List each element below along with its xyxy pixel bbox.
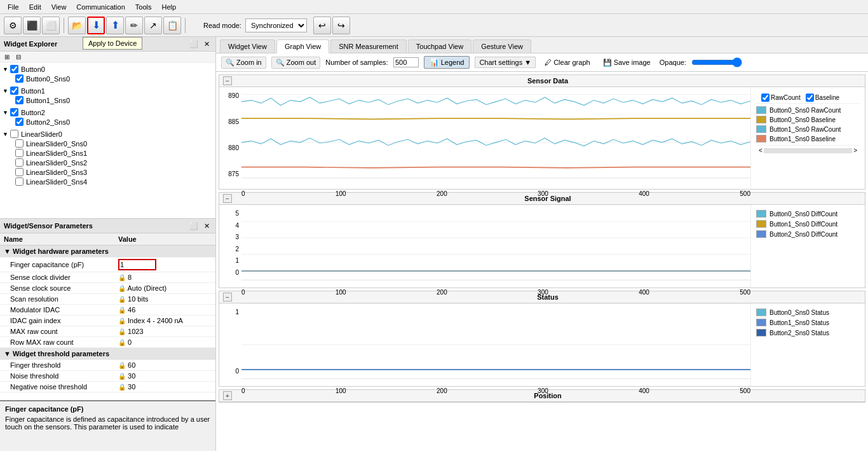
we-expand-icon[interactable]: ⊞ (3, 53, 11, 61)
ls0-sns1-item[interactable]: LinearSlider0_Sns1 (13, 148, 215, 158)
export-button[interactable]: ✏ (125, 17, 143, 34)
check-ls0-sns0[interactable] (15, 139, 24, 148)
check-button1[interactable] (10, 87, 18, 95)
export2-button[interactable]: ↗ (144, 17, 162, 34)
button0-sns0-item[interactable]: Button0_Sns0 (13, 74, 215, 83)
param-finger-cap-value[interactable] (114, 258, 215, 272)
zoom-out-button[interactable]: 🔍 Zoom out (271, 57, 320, 69)
report-button[interactable]: 📋 (163, 17, 181, 34)
check-ls0-sns1[interactable] (15, 149, 24, 157)
button1-sns0-item[interactable]: Button1_Sns0 (13, 95, 215, 105)
st-color-1 (756, 319, 766, 326)
check-button0[interactable] (10, 65, 18, 73)
legend-label-0: Button0_Sns0 RawCount (770, 107, 841, 114)
tree-linearslider0-row[interactable]: ▼ LinearSlider0 (0, 129, 215, 139)
position-collapse[interactable]: + (223, 391, 232, 400)
menu-view[interactable]: View (46, 2, 72, 12)
toggle-linearslider0[interactable]: ▼ (3, 131, 10, 137)
legend-scroll: Button0_Sns0 RawCount Button0_Sns0 Basel… (756, 106, 860, 142)
we-collapse-icon[interactable]: ⊟ (14, 53, 23, 61)
toggle-hw-params[interactable]: ▼ (4, 247, 13, 255)
scroll-track[interactable] (764, 148, 852, 153)
p-name-7: Row MAX raw count (0, 337, 114, 348)
check-button2-sns0[interactable] (15, 118, 24, 126)
tab-widget-view[interactable]: Widget View (220, 39, 275, 53)
check-button0-sns0[interactable] (15, 74, 24, 83)
undo-button[interactable]: ↩ (313, 17, 331, 34)
menu-communication[interactable]: Communication (71, 2, 130, 12)
params-float-button[interactable]: ⬜ (189, 221, 199, 231)
sig-legend-2: Button2_Sns0 DiffCount (756, 230, 860, 238)
menu-help[interactable]: Help (156, 2, 181, 12)
toggle-button1[interactable]: ▼ (3, 88, 10, 94)
ls0-sns0-item[interactable]: LinearSlider0_Sns0 (13, 139, 215, 148)
scroll-right[interactable]: > (853, 147, 857, 154)
sensor-signal-collapse[interactable]: − (223, 194, 232, 203)
ls0-sns2-item[interactable]: LinearSlider0_Sns2 (13, 158, 215, 167)
chart-settings-button[interactable]: Chart settings ▼ (475, 57, 536, 68)
clear-graph-button[interactable]: 🖊 Clear graph (541, 57, 593, 67)
menu-edit[interactable]: Edit (24, 2, 46, 12)
finger-cap-input[interactable] (118, 259, 156, 270)
toggle-button2[interactable]: ▼ (3, 109, 10, 116)
check-ls0-sns3[interactable] (15, 168, 24, 176)
lock-icon-6: 🔒 (118, 328, 126, 335)
lock-icon-3: 🔒 (118, 296, 126, 303)
samples-input[interactable] (393, 57, 419, 67)
opaque-slider[interactable] (691, 57, 742, 67)
sensor-data-collapse[interactable]: − (223, 76, 232, 85)
desc-title: Finger capacitance (pF) (5, 405, 210, 413)
menu-file[interactable]: File (3, 2, 24, 12)
upload-button[interactable]: ⬆ (106, 17, 124, 34)
widget-explorer: ⊞ ⊟ ▼ Button0 Button0_Sns0 (0, 52, 215, 219)
p-val-6: 🔒 1023 (114, 326, 215, 337)
toggle-threshold-params[interactable]: ▼ (4, 350, 13, 357)
redo-button[interactable]: ↪ (332, 17, 350, 34)
pv6: 1023 (128, 328, 143, 335)
tree-button0-row[interactable]: ▼ Button0 (0, 64, 215, 74)
save-image-button[interactable]: 💾 Save image (599, 57, 654, 68)
menu-tools[interactable]: Tools (130, 2, 157, 12)
apply-to-device-button[interactable]: ⬇ (87, 17, 105, 34)
check-ls0-sns4[interactable] (15, 177, 24, 186)
check-button1-sns0[interactable] (15, 96, 24, 104)
check-button2[interactable] (10, 108, 18, 116)
st-label-0: Button0_Sns0 Status (770, 309, 829, 316)
float-button[interactable]: ⬜ (189, 39, 199, 49)
read-mode-select[interactable]: Synchronized (245, 18, 307, 32)
pause-button[interactable]: ⬜ (42, 17, 60, 34)
check-ls0-sns2[interactable] (15, 158, 24, 167)
legend-button[interactable]: 📊 Legend (424, 56, 470, 69)
rawcount-checkbox[interactable] (761, 94, 770, 102)
lock-icon-1: 🔒 (118, 274, 126, 281)
open-button[interactable]: 📂 (68, 17, 86, 34)
p-val-1: 🔒 8 (114, 272, 215, 283)
params-panel-title: Widget/Sensor Parameters (4, 222, 93, 230)
tree-button1-row[interactable]: ▼ Button1 (0, 86, 215, 95)
tab-graph-view[interactable]: Graph View (276, 39, 329, 53)
zoom-in-button[interactable]: 🔍 Zoom in (221, 57, 266, 69)
baseline-checkbox[interactable] (806, 94, 814, 102)
baseline-check[interactable]: Baseline (806, 94, 839, 102)
tab-gesture-view[interactable]: Gesture View (473, 39, 531, 53)
tab-snr-measurement[interactable]: SNR Measurement (330, 39, 407, 53)
stop-button[interactable]: ⬛ (23, 17, 41, 34)
ls0-sns4-item[interactable]: LinearSlider0_Sns4 (13, 177, 215, 186)
toggle-button0[interactable]: ▼ (3, 66, 10, 73)
sensor-data-yaxis: 890 885 880 875 (219, 87, 241, 189)
sensor-data-legend: RawCount Baseline Button0_Sns0 RawCount (750, 87, 865, 189)
button2-sns0-item[interactable]: Button2_Sns0 (13, 117, 215, 127)
params-close-button[interactable]: ✕ (201, 221, 212, 231)
scroll-left[interactable]: < (759, 147, 763, 154)
status-collapse[interactable]: − (223, 293, 232, 302)
pv5: Index 4 - 2400 nA (128, 317, 183, 324)
tab-touchpad-view[interactable]: Touchpad View (408, 39, 471, 53)
settings-button[interactable]: ⚙ (4, 17, 22, 34)
tree-button2-row[interactable]: ▼ Button2 (0, 108, 215, 117)
p-name-6: MAX raw count (0, 326, 114, 337)
ls0-sns3-item[interactable]: LinearSlider0_Sns3 (13, 167, 215, 177)
y-880: 880 (228, 144, 239, 151)
rawcount-check[interactable]: RawCount (761, 94, 801, 102)
check-linearslider0[interactable] (10, 130, 18, 138)
close-button[interactable]: ✕ (201, 39, 212, 49)
